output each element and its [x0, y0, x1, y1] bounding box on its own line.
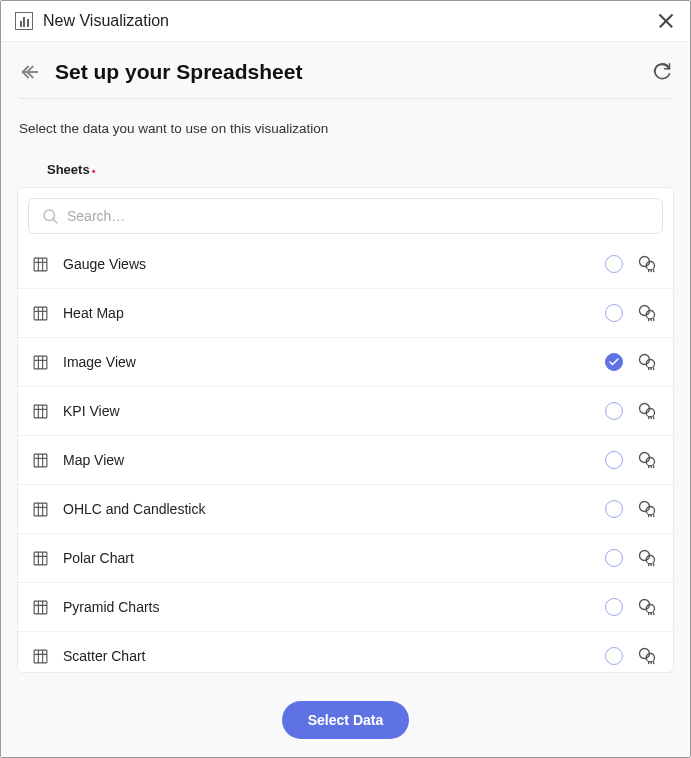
- content: Set up your Spreadsheet Select the data …: [1, 42, 690, 757]
- back-arrow-icon[interactable]: [19, 61, 41, 83]
- sheet-row-label: Polar Chart: [63, 550, 591, 566]
- sheet-row-label: Heat Map: [63, 305, 591, 321]
- sheet-row-label: Map View: [63, 452, 591, 468]
- svg-rect-49: [34, 503, 47, 516]
- sheets-list[interactable]: Gauge Views Heat Map: [18, 240, 673, 672]
- spreadsheet-icon: [32, 354, 49, 371]
- refresh-icon[interactable]: [652, 62, 672, 82]
- sheet-radio[interactable]: [605, 549, 623, 567]
- sheet-row[interactable]: Scatter Chart: [18, 632, 673, 672]
- sheet-row[interactable]: Heat Map: [18, 289, 673, 338]
- spreadsheet-icon: [32, 501, 49, 518]
- window-title: New Visualization: [43, 12, 646, 30]
- sheet-row[interactable]: Gauge Views: [18, 240, 673, 289]
- sheet-row-label: OHLC and Candlestick: [63, 501, 591, 517]
- svg-rect-58: [34, 552, 47, 565]
- sheets-section-label: Sheets•: [9, 162, 682, 187]
- spreadsheet-icon: [32, 599, 49, 616]
- sheet-row[interactable]: KPI View: [18, 387, 673, 436]
- conversation-icon[interactable]: [637, 499, 657, 519]
- footer: Select Data: [1, 687, 690, 757]
- conversation-icon[interactable]: [637, 646, 657, 666]
- svg-rect-22: [34, 356, 47, 369]
- sheets-panel: Gauge Views Heat Map: [17, 187, 674, 673]
- page-header: Set up your Spreadsheet: [9, 42, 682, 98]
- spreadsheet-icon: [32, 403, 49, 420]
- sheet-row-label: Scatter Chart: [63, 648, 591, 664]
- svg-line-3: [53, 219, 56, 222]
- page-title: Set up your Spreadsheet: [55, 60, 638, 84]
- svg-rect-13: [34, 307, 47, 320]
- spreadsheet-icon: [32, 305, 49, 322]
- sheet-radio[interactable]: [605, 353, 623, 371]
- select-data-button[interactable]: Select Data: [282, 701, 409, 739]
- svg-rect-31: [34, 405, 47, 418]
- instruction-text: Select the data you want to use on this …: [9, 99, 682, 162]
- spreadsheet-icon: [32, 550, 49, 567]
- sheet-radio[interactable]: [605, 255, 623, 273]
- sheet-radio[interactable]: [605, 500, 623, 518]
- search-icon: [41, 207, 59, 225]
- sheet-radio[interactable]: [605, 451, 623, 469]
- sheet-row-label: KPI View: [63, 403, 591, 419]
- sheet-row[interactable]: Image View: [18, 338, 673, 387]
- spreadsheet-icon: [32, 648, 49, 665]
- close-icon[interactable]: [656, 11, 676, 31]
- sheet-row[interactable]: Pyramid Charts: [18, 583, 673, 632]
- titlebar: New Visualization: [1, 1, 690, 42]
- sheet-row-label: Gauge Views: [63, 256, 591, 272]
- conversation-icon[interactable]: [637, 254, 657, 274]
- search-box[interactable]: [28, 198, 663, 234]
- sheet-radio[interactable]: [605, 304, 623, 322]
- svg-rect-67: [34, 601, 47, 614]
- conversation-icon[interactable]: [637, 352, 657, 372]
- conversation-icon[interactable]: [637, 401, 657, 421]
- sheet-row-label: Image View: [63, 354, 591, 370]
- conversation-icon[interactable]: [637, 548, 657, 568]
- spreadsheet-icon: [32, 452, 49, 469]
- spreadsheet-icon: [32, 256, 49, 273]
- conversation-icon[interactable]: [637, 303, 657, 323]
- sheet-row-label: Pyramid Charts: [63, 599, 591, 615]
- conversation-icon[interactable]: [637, 450, 657, 470]
- search-input[interactable]: [67, 208, 650, 224]
- svg-rect-40: [34, 454, 47, 467]
- search-wrap: [18, 188, 673, 240]
- sheet-radio[interactable]: [605, 598, 623, 616]
- conversation-icon[interactable]: [637, 597, 657, 617]
- sheet-row[interactable]: OHLC and Candlestick: [18, 485, 673, 534]
- sheet-row[interactable]: Polar Chart: [18, 534, 673, 583]
- svg-rect-4: [34, 258, 47, 271]
- sheet-radio[interactable]: [605, 647, 623, 665]
- svg-rect-76: [34, 650, 47, 663]
- sheet-radio[interactable]: [605, 402, 623, 420]
- sheet-row[interactable]: Map View: [18, 436, 673, 485]
- required-indicator: •: [92, 165, 96, 177]
- chart-app-icon: [15, 12, 33, 30]
